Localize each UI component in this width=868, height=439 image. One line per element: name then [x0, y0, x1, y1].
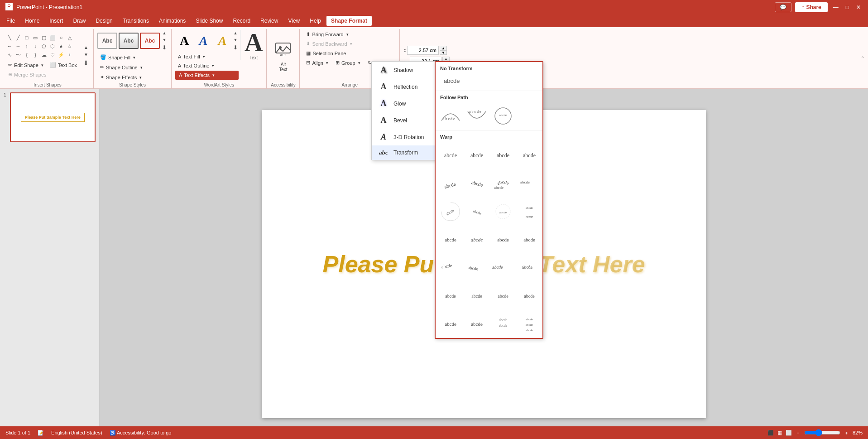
menu-help[interactable]: Help: [305, 16, 326, 26]
view-slideshow-icon[interactable]: ▦: [777, 430, 782, 436]
shape-rect2[interactable]: ▭: [31, 34, 39, 42]
shapes-scroll-more[interactable]: ⬇: [82, 58, 90, 68]
menu-home[interactable]: Home: [20, 16, 44, 26]
wordart-sample-3[interactable]: A: [213, 33, 231, 49]
warp-item-4-3[interactable]: abcde: [491, 227, 515, 252]
style-scroll-down[interactable]: ▼: [161, 37, 168, 43]
warp-item-4-1[interactable]: abcde: [438, 227, 463, 252]
menu-review[interactable]: Review: [256, 16, 283, 26]
warp-item-5-3[interactable]: abcde: [491, 256, 515, 280]
warp-item-7-4[interactable]: abcde abcde abcde: [517, 312, 542, 336]
shape-cloud[interactable]: ☁: [40, 51, 48, 59]
warp-item-6-1[interactable]: abcde: [438, 284, 463, 308]
warp-item-3-1[interactable]: abcde: [438, 199, 463, 224]
style-box-1[interactable]: Abc: [97, 33, 117, 49]
zoom-out-icon[interactable]: －: [796, 429, 801, 436]
fp-arc-up[interactable]: a b c d e: [438, 104, 463, 128]
warp-item-2-4[interactable]: abcde: [517, 171, 542, 196]
style-box-3[interactable]: Abc: [140, 33, 160, 49]
style-scroll-more[interactable]: ⬇: [161, 43, 168, 52]
shape-line[interactable]: ╲: [5, 34, 14, 42]
share-button[interactable]: ↑ Share: [795, 2, 827, 12]
text-box-btn[interactable]: ⬜ Text Box: [47, 61, 80, 69]
zoom-slider[interactable]: [804, 429, 840, 436]
shape-oval[interactable]: ○: [57, 34, 65, 42]
wordart-scroll-more[interactable]: ⬇: [232, 43, 239, 52]
menu-draw[interactable]: Draw: [68, 16, 90, 26]
warp-item-2-3[interactable]: abcde abcde: [491, 171, 515, 196]
shape-brace-l[interactable]: {: [23, 51, 31, 59]
warp-item-5-1[interactable]: abcde: [438, 256, 463, 280]
edit-shape-btn[interactable]: ✏ Edit Shape ▾: [5, 61, 46, 69]
text-fill-btn[interactable]: A Text Fill ▾: [175, 53, 239, 61]
text-outline-btn[interactable]: A Text Outline ▾: [175, 62, 239, 70]
shapes-scroll-up[interactable]: ▲: [82, 44, 90, 51]
menu-record[interactable]: Record: [228, 16, 255, 26]
maximize-icon[interactable]: □: [844, 2, 851, 12]
shape-star[interactable]: ★: [57, 42, 65, 50]
wordart-sample-1[interactable]: A: [175, 33, 193, 49]
send-backward-btn[interactable]: ⬇ Send Backward ▾: [303, 39, 355, 48]
warp-item-7-2[interactable]: abcde: [465, 312, 489, 336]
view-reading-icon[interactable]: ⬜: [786, 430, 792, 436]
shape-penta[interactable]: ⬠: [40, 42, 48, 50]
selection-pane-btn[interactable]: ▦ Selection Pane: [303, 49, 349, 58]
style-scroll-up[interactable]: ▲: [161, 30, 168, 36]
close-icon[interactable]: ✕: [854, 2, 863, 12]
text-effects-btn[interactable]: A Text Effects ▾: [175, 71, 239, 80]
warp-item-2-2[interactable]: abcde: [465, 171, 489, 196]
fp-arc-down[interactable]: a b c d e: [465, 104, 489, 128]
menu-view[interactable]: View: [283, 16, 304, 26]
menu-file[interactable]: File: [2, 16, 19, 26]
shape-triangle[interactable]: △: [66, 34, 74, 42]
warp-item-1-3[interactable]: abcde: [491, 143, 515, 168]
wordart-scroll-up[interactable]: ▲: [232, 30, 239, 36]
alt-text-btn[interactable]: ALT Alt Text: [270, 38, 296, 74]
chat-button[interactable]: 💬: [775, 2, 791, 12]
minimize-icon[interactable]: —: [831, 2, 840, 12]
warp-item-5-2[interactable]: abcde: [465, 256, 489, 280]
menu-slideshow[interactable]: Slide Show: [191, 16, 227, 26]
ribbon-expand-btn[interactable]: ⌃: [859, 54, 866, 61]
warp-item-3-4[interactable]: abcde abcde: [517, 199, 542, 224]
shape-curve[interactable]: ∿: [5, 51, 14, 59]
height-spin-up[interactable]: ▲: [442, 57, 450, 61]
shape-brace-r[interactable]: }: [31, 51, 39, 59]
shape-arrow-u[interactable]: ↑: [23, 42, 31, 50]
width-spin-down[interactable]: ▼: [440, 50, 447, 55]
slide-thumbnail[interactable]: Please Put Sample Text Here: [10, 92, 96, 142]
shapes-scroll-down[interactable]: ▼: [82, 51, 90, 58]
shape-outline-btn[interactable]: ✏ Shape Outline ▾: [97, 63, 145, 72]
shape-plus[interactable]: +: [66, 51, 74, 59]
shape-arrow-d[interactable]: ↓: [31, 42, 39, 50]
bring-forward-btn[interactable]: ⬆ Bring Forward ▾: [303, 30, 351, 39]
shape-star5[interactable]: ☆: [66, 42, 74, 50]
zoom-in-icon[interactable]: ＋: [844, 429, 849, 436]
style-box-2[interactable]: Abc: [119, 33, 139, 49]
warp-item-1-2[interactable]: abcde: [465, 143, 489, 168]
shape-heart[interactable]: ♡: [48, 51, 57, 59]
shape-hex[interactable]: ⬡: [48, 42, 57, 50]
warp-item-6-3[interactable]: abcde: [491, 284, 515, 308]
warp-item-4-4[interactable]: abcde: [517, 227, 542, 252]
wordart-scroll-down[interactable]: ▼: [232, 37, 239, 43]
warp-item-7-3[interactable]: abcde abcde: [491, 312, 515, 336]
shape-fill-btn[interactable]: 🪣 Shape Fill ▾: [97, 53, 138, 62]
warp-item-4-2[interactable]: abcde: [465, 227, 489, 252]
merge-shapes-btn[interactable]: ⊕ Merge Shapes: [5, 70, 49, 79]
menu-insert[interactable]: Insert: [45, 16, 67, 26]
shape-rect[interactable]: □: [23, 34, 31, 42]
shape-line2[interactable]: ╱: [14, 34, 22, 42]
wordart-sample-2[interactable]: A: [194, 33, 212, 49]
shape-arrow-r[interactable]: →: [14, 42, 22, 50]
shape-lightning[interactable]: ⚡: [57, 51, 65, 59]
notes-icon[interactable]: 📝: [38, 430, 44, 436]
menu-transitions[interactable]: Transitions: [118, 16, 153, 26]
warp-item-6-4[interactable]: abcde: [517, 284, 542, 308]
shape-round-rect[interactable]: ▢: [40, 34, 48, 42]
align-btn[interactable]: ⊟ Align ▾: [303, 58, 331, 67]
group-btn[interactable]: ⊞ Group ▾: [333, 58, 363, 67]
warp-item-5-4[interactable]: abcde: [517, 256, 542, 280]
width-spin-up[interactable]: ▲: [440, 46, 447, 50]
shape-round-rect2[interactable]: ⬜: [48, 34, 57, 42]
